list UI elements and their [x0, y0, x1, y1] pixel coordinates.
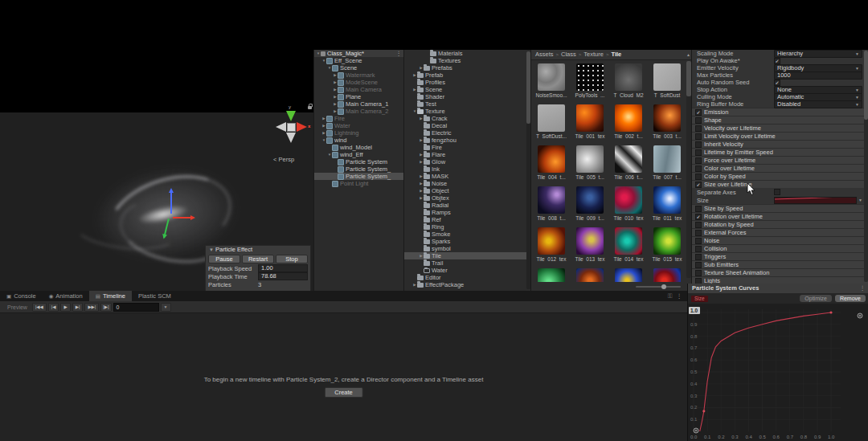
- asset-tile[interactable]: NoiseSmoo...: [538, 63, 565, 98]
- module-checkbox[interactable]: [695, 278, 702, 284]
- module-header-shape[interactable]: Shape: [692, 116, 868, 124]
- scrollbar-thumb[interactable]: [864, 51, 868, 120]
- module-header-lights[interactable]: Lights: [692, 276, 868, 284]
- kebab-menu-icon[interactable]: ⋮: [396, 50, 403, 57]
- asset-tile[interactable]: Tile_008_t...: [538, 186, 565, 221]
- module-header-collision[interactable]: Collision: [692, 244, 868, 252]
- module-header-size-over-lifetime[interactable]: ✓Size over Lifetime: [692, 180, 868, 188]
- module-checkbox[interactable]: [695, 165, 702, 172]
- module-checkbox[interactable]: [695, 246, 702, 252]
- field-dropdown[interactable]: Disabled▼: [774, 100, 862, 108]
- asset-tile[interactable]: T_Cloud_M2: [615, 63, 642, 98]
- module-header-velocity-over-lifetime[interactable]: Velocity over Lifetime: [692, 124, 868, 132]
- size-curve-field[interactable]: [774, 197, 857, 204]
- asset-tile[interactable]: Tile_015_tex: [653, 227, 681, 262]
- module-header-triggers[interactable]: Triggers: [692, 252, 868, 260]
- field-value[interactable]: 1.00: [258, 264, 308, 272]
- pause-button[interactable]: Pause: [208, 255, 240, 263]
- folder-item-smoke[interactable]: Smoke: [404, 231, 531, 238]
- module-checkbox[interactable]: [695, 206, 702, 212]
- folder-item-editor[interactable]: Editor: [404, 274, 531, 281]
- kebab-menu-icon[interactable]: ⋮: [677, 292, 683, 300]
- thumbnail-zoom-slider[interactable]: [636, 286, 681, 288]
- module-checkbox[interactable]: [695, 254, 702, 260]
- folder-item-tile[interactable]: ▶Tile: [404, 252, 531, 259]
- skip-to-end-button[interactable]: ▶▶|: [84, 303, 99, 312]
- hierarchy-item-modescene[interactable]: ▶ModeScene: [314, 79, 404, 86]
- breadcrumb-item-tile[interactable]: Tile: [611, 50, 621, 59]
- module-checkbox[interactable]: ✓: [695, 182, 702, 188]
- hierarchy-item-lightning[interactable]: ▶Lightning: [314, 129, 404, 137]
- texture-thumbnail[interactable]: [615, 145, 642, 173]
- folder-item-test[interactable]: Test: [404, 100, 531, 108]
- foldout-icon[interactable]: ▼: [209, 247, 214, 252]
- folder-item-objtex[interactable]: ▶Objtex: [404, 194, 531, 202]
- hierarchy-item-main-camera-1[interactable]: ▶Main Camera_1: [314, 100, 404, 108]
- create-button[interactable]: Create: [324, 387, 363, 398]
- folder-item-shader[interactable]: Shader: [404, 93, 531, 100]
- folder-item-ramps[interactable]: Ramps: [404, 209, 531, 216]
- texture-thumbnail[interactable]: [653, 104, 681, 132]
- folder-item-sparks[interactable]: Sparks: [404, 238, 531, 245]
- module-header-emission[interactable]: ✓Emission: [692, 108, 868, 116]
- texture-thumbnail[interactable]: [576, 186, 604, 214]
- field-dropdown[interactable]: Hierarchy▼: [774, 50, 862, 58]
- texture-thumbnail[interactable]: [538, 186, 565, 214]
- scene-orientation-gizmo[interactable]: y x: [270, 106, 312, 153]
- module-checkbox[interactable]: [695, 117, 702, 124]
- asset-tile[interactable]: T_SoftDust: [653, 63, 681, 98]
- folder-item-ref[interactable]: Ref: [404, 216, 531, 223]
- gizmo-bottom-cone[interactable]: [286, 133, 296, 148]
- module-header-rotation-by-speed[interactable]: Rotation by Speed: [692, 220, 868, 228]
- texture-thumbnail[interactable]: [538, 145, 565, 173]
- optimize-button[interactable]: Optimize: [800, 295, 832, 302]
- texture-thumbnail[interactable]: [615, 227, 642, 255]
- scrollbar[interactable]: [864, 51, 868, 282]
- texture-thumbnail[interactable]: [653, 227, 681, 255]
- tab-console[interactable]: ▣Console: [0, 291, 43, 301]
- module-header-lifetime-by-emitter-speed[interactable]: Lifetime by Emitter Speed: [692, 148, 868, 156]
- gizmo-z-axis[interactable]: [170, 190, 172, 214]
- folder-item-water[interactable]: Water: [404, 267, 531, 274]
- folder-item-texture[interactable]: ▼Texture: [404, 108, 531, 115]
- hierarchy-item-wind[interactable]: ▼wind: [314, 137, 404, 144]
- folder-item-object[interactable]: ▶Object: [404, 187, 531, 194]
- separate-axes-checkbox[interactable]: [774, 189, 780, 195]
- chevron-down-icon[interactable]: ▼: [858, 198, 862, 202]
- hierarchy-item-wind-model[interactable]: wind_Model: [314, 144, 404, 151]
- module-header-external-forces[interactable]: External Forces: [692, 228, 868, 236]
- module-checkbox[interactable]: ✓: [695, 214, 702, 220]
- skip-to-start-button[interactable]: |◀◀: [32, 303, 47, 312]
- folder-item-prefabs[interactable]: ▶Prefabs: [404, 64, 531, 71]
- folder-item-materials[interactable]: Materials: [404, 50, 531, 57]
- folder-item-radial[interactable]: Radial: [404, 202, 531, 209]
- texture-thumbnail[interactable]: [576, 63, 604, 91]
- hierarchy-item-particle-system[interactable]: Particle System: [314, 158, 404, 165]
- folder-item-mask[interactable]: ▶MASK: [404, 173, 531, 180]
- step-back-button[interactable]: |◀: [48, 303, 59, 312]
- hierarchy-item-main-camera-2[interactable]: ▶Main Camera_2: [314, 108, 404, 115]
- hierarchy-item-particle-system-[interactable]: Particle System_: [314, 165, 404, 173]
- texture-thumbnail[interactable]: [576, 145, 604, 173]
- size-curve-graph[interactable]: 0.00.10.20.30.40.50.60.70.80.91.01.00.90…: [688, 304, 868, 441]
- folder-item-glow[interactable]: ▶Glow: [404, 158, 531, 165]
- module-checkbox[interactable]: [695, 174, 702, 180]
- module-checkbox[interactable]: [695, 125, 702, 132]
- module-checkbox[interactable]: [695, 262, 702, 268]
- module-checkbox[interactable]: [695, 238, 702, 244]
- texture-thumbnail[interactable]: [653, 63, 681, 91]
- texture-thumbnail[interactable]: [538, 104, 565, 132]
- folder-item-symbol[interactable]: symbol: [404, 245, 531, 252]
- stop-button[interactable]: Stop: [276, 255, 308, 263]
- gizmo-center-cube[interactable]: [287, 123, 296, 132]
- texture-thumbnail[interactable]: [538, 63, 565, 91]
- texture-thumbnail[interactable]: [538, 227, 565, 255]
- asset-tile[interactable]: Tile_012_tex: [538, 227, 565, 262]
- module-checkbox[interactable]: [695, 157, 702, 164]
- tab-animation[interactable]: ◉Animation: [43, 291, 89, 301]
- folder-item-fire[interactable]: Fire: [404, 144, 531, 151]
- hierarchy-item-fire[interactable]: ▶Fire: [314, 115, 404, 122]
- asset-tile[interactable]: Tile_003_t...: [653, 104, 681, 139]
- folder-item-effectpackage[interactable]: ▶EffectPackage: [404, 281, 531, 288]
- folder-item-textures[interactable]: Textures: [404, 57, 531, 64]
